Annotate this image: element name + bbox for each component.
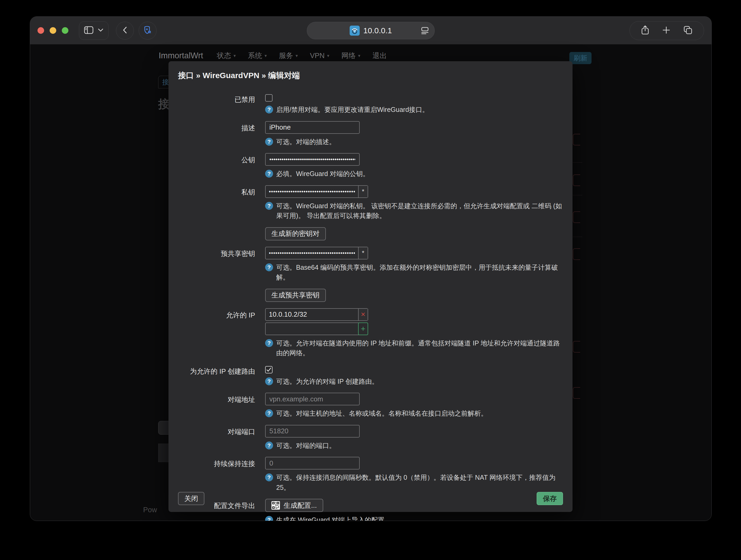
field-row-endpoint-port: 对端端口 ? 可选。对端的端口。 [178,425,563,451]
field-label: 私钥 [178,185,255,240]
field-label: 已禁用 [178,93,255,115]
browser-toolbar: M 10.0.0.1 [30,17,712,45]
field-label: 预共享密钥 [178,247,255,302]
sidebar-toggle-group[interactable] [79,21,109,40]
minimize-window-button[interactable] [50,27,56,34]
help-icon: ? [265,138,273,146]
preshared-key-input[interactable] [266,247,358,259]
help-icon: ? [265,202,273,210]
modal-footer: 关闭 保存 [178,492,563,505]
help-icon: ? [265,339,273,347]
nav-item-logout[interactable]: 退出 [373,51,387,61]
nav-item-services[interactable]: 服务 ▾ [279,51,298,61]
field-row-public-key: 公钥 ? 必填。WireGuard 对端的公钥。 [178,153,563,179]
caret-down-icon: ▾ [295,53,298,59]
allowed-ip-new-input[interactable] [266,323,358,335]
help-icon: ? [265,516,273,521]
address-bar[interactable]: 10.0.0.1 [307,22,435,39]
background-remnant-box [573,212,580,223]
background-remnant-line [573,237,582,237]
help-icon: ? [265,409,273,417]
zoom-window-button[interactable] [62,27,68,34]
reveal-password-button[interactable]: * [358,186,367,197]
chevron-down-icon [98,28,104,33]
field-row-allowed-ips: 允许的 IP ✕ + ? 可选。允许对端在隧道内使用的 IP 地址和前缀。通常包… [178,308,563,358]
browser-window: M 10.0.0.1 [30,16,712,521]
route-allowed-ips-checkbox[interactable] [265,366,273,374]
field-row-route-allowed-ips: 为允许的 IP 创建路由 ? 可选。为允许的对端 IP 创建路由。 [178,365,563,387]
help-icon: ? [265,105,273,113]
field-label: 对端地址 [178,393,255,418]
brand-logo: ImmortalWrt [159,51,203,61]
field-row-private-key: 私钥 * ? 可选。WireGuard 对端的私钥。 该密钥不是建立连接所必需的… [178,185,563,240]
tab-overview-icon[interactable] [683,25,693,36]
help-icon: ? [265,473,273,481]
field-label: 描述 [178,121,255,147]
public-key-input[interactable] [265,153,360,166]
preshared-key-field: * [265,247,368,259]
nav-item-network[interactable]: 网络 ▾ [341,51,360,61]
traffic-lights [38,27,68,34]
caret-down-icon: ▾ [265,53,267,59]
allowed-ip-new-entry: + [265,322,368,335]
nav-item-vpn[interactable]: VPN ▾ [310,52,329,60]
reveal-password-button[interactable]: * [358,247,367,259]
field-label: 公钥 [178,153,255,179]
field-help: ? 可选。Base64 编码的预共享密钥。添加在额外的对称密钥加密层中，用于抵抗… [265,262,563,283]
refresh-button[interactable]: 刷新 [569,52,592,64]
field-help: ? 启用/禁用对端。要应用更改请重启WireGuard接口。 [265,105,429,115]
help-icon: ? [265,377,273,385]
help-icon: ? [265,442,273,450]
field-label: 对端端口 [178,425,255,451]
background-remnant-box [573,248,580,260]
disabled-checkbox[interactable] [265,94,273,102]
field-help: ? 生成在 WireGuard 对端上导入的配置 [265,515,385,521]
field-row-disabled: 已禁用 ? 启用/禁用对端。要应用更改请重启WireGuard接口。 [178,93,563,115]
background-remnant-box [573,387,580,399]
field-label: 为允许的 IP 创建路由 [178,365,255,387]
background-remnant-box [573,174,580,186]
close-button[interactable]: 关闭 [178,492,204,505]
caret-down-icon: ▾ [327,53,329,59]
background-remnant-box [573,341,580,352]
help-icon: ? [265,263,273,271]
private-key-input[interactable] [266,186,358,197]
background-remnant-line [573,162,582,163]
page-format-icon[interactable] [421,26,429,35]
description-input[interactable] [265,121,360,134]
sidebar-icon [84,26,93,35]
nav-item-status[interactable]: 状态 ▾ [217,51,236,61]
new-tab-icon[interactable] [662,26,671,35]
page-content: ImmortalWrt 状态 ▾ 系统 ▾ 服务 ▾ VPN ▾ 网络 ▾ [30,45,712,521]
save-button[interactable]: 保存 [537,492,563,505]
url-text: 10.0.0.1 [363,26,392,35]
nav-item-system[interactable]: 系统 ▾ [248,51,267,61]
allowed-ip-input[interactable] [266,309,358,320]
endpoint-port-input[interactable] [265,425,360,437]
field-row-description: 描述 ? 可选。对端的描述。 [178,121,563,147]
caret-down-icon: ▾ [233,53,236,59]
close-window-button[interactable] [38,27,44,34]
caret-down-icon: ▾ [358,53,360,59]
edit-peer-modal: 接口 » WireGuardVPN » 编辑对端 已禁用 ? 启用/禁用对端。要… [169,61,572,512]
generate-psk-button[interactable]: 生成预共享密钥 [265,289,326,302]
background-footer-partial: Pow [143,506,157,514]
endpoint-host-input[interactable] [265,393,360,405]
field-label: 持续保持连接 [178,457,255,492]
extension-button[interactable]: M [139,22,156,39]
keepalive-input[interactable] [265,457,360,470]
field-help: ? 可选。对端的端口。 [265,441,336,451]
remove-entry-button[interactable]: ✕ [358,309,367,320]
field-help: ? 可选。WireGuard 对端的私钥。 该密钥不是建立连接所必需的，但允许生… [265,201,563,221]
back-button[interactable] [116,22,134,39]
generate-keypair-button[interactable]: 生成新的密钥对 [265,227,326,240]
allowed-ip-entry: ✕ [265,308,368,321]
toolbar-right-group [629,21,704,40]
site-nav: ImmortalWrt 状态 ▾ 系统 ▾ 服务 ▾ VPN ▾ 网络 ▾ [159,51,387,61]
share-icon[interactable] [641,25,649,36]
add-entry-button[interactable]: + [358,322,368,335]
field-row-endpoint-host: 对端地址 ? 可选。对端主机的地址、名称或域名。名称和域名在接口启动之前解析。 [178,393,563,418]
field-help: ? 可选。允许对端在隧道内使用的 IP 地址和前缀。通常包括对端隧道 IP 地址… [265,338,563,358]
check-icon [266,367,272,373]
field-help: ? 可选。保持连接消息的间隔秒数。默认值为 0（禁用）。若设备处于 NAT 网络… [265,473,563,492]
